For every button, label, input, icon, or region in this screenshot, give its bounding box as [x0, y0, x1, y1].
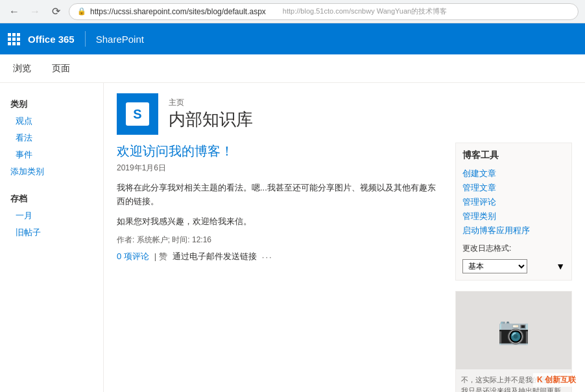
- more-actions[interactable]: ···: [262, 252, 273, 262]
- post-title[interactable]: 欢迎访问我的博客！: [117, 143, 442, 160]
- right-sidebar: 博客工具 创建文章 管理文章 管理评论 管理类别 启动博客应用程序 更改日志格式…: [455, 143, 572, 392]
- manage-posts-link[interactable]: 管理文章: [462, 181, 565, 195]
- sharepoint-title[interactable]: SharePoint: [96, 34, 144, 45]
- manage-categories-link[interactable]: 管理类别: [462, 209, 565, 224]
- create-post-link[interactable]: 创建文章: [462, 167, 565, 181]
- post-body-line2: 如果您对我感兴趣，欢迎给我来信。: [117, 215, 442, 229]
- archives-label: 存档: [0, 188, 103, 207]
- blog-posts: 欢迎访问我的博客！ 2019年1月6日 我将在此分享我对相关主题的看法。嗯...…: [117, 143, 442, 392]
- style-row: 基本 ▼: [462, 259, 565, 273]
- launch-blog-link[interactable]: 启动博客应用程序: [462, 224, 565, 238]
- comments-link[interactable]: 0 项评论: [117, 251, 149, 262]
- back-button[interactable]: ←: [6, 4, 22, 19]
- browser-bar: ← → ⟳ 🔒 https://ucssi.sharepoint.com/sit…: [0, 0, 585, 23]
- watermark-logo: K 创新互联: [537, 375, 576, 386]
- sp-nav-bar: 浏览 页面: [0, 54, 585, 83]
- breadcrumb-title: 主页 内部知识库: [169, 97, 253, 131]
- sidebar-item-january[interactable]: 一月: [0, 207, 103, 224]
- style-label: 更改日志格式:: [462, 243, 565, 254]
- photo-placeholder: 📷: [456, 292, 571, 369]
- left-sidebar: 类别 观点 看法 事件 添加类别 存档 一月 旧帖子: [0, 83, 104, 392]
- forward-button[interactable]: →: [27, 4, 43, 19]
- waffle-button[interactable]: [8, 33, 20, 45]
- action-sep1: | 赞: [154, 251, 167, 262]
- blog-tools-widget: 博客工具 创建文章 管理文章 管理评论 管理类别 启动博客应用程序 更改日志格式…: [455, 143, 572, 281]
- add-category-link[interactable]: 添加类别: [0, 163, 103, 180]
- site-logo: S: [117, 93, 158, 135]
- o365-divider: [85, 31, 86, 47]
- categories-label: 类别: [0, 93, 103, 113]
- manage-comments-link[interactable]: 管理评论: [462, 195, 565, 209]
- post-body-line1: 我将在此分享我对相关主题的看法。嗯...我甚至还可能分享图片、视频以及其他有趣东…: [117, 181, 442, 209]
- post-date: 2019年1月6日: [117, 163, 442, 174]
- blog-main: 欢迎访问我的博客！ 2019年1月6日 我将在此分享我对相关主题的看法。嗯...…: [117, 143, 572, 392]
- breadcrumb: 主页: [169, 97, 253, 108]
- sidebar-item-event[interactable]: 事件: [0, 146, 103, 163]
- url-text: https://ucssi.sharepoint.com/sites/blog/…: [90, 7, 266, 16]
- reload-button[interactable]: ⟳: [48, 4, 64, 19]
- lock-icon: 🔒: [77, 7, 86, 16]
- nav-item-page[interactable]: 页面: [49, 54, 73, 82]
- camera-icon: 📷: [497, 316, 530, 346]
- blog-tools-title: 博客工具: [462, 150, 565, 161]
- sidebar-item-opinion[interactable]: 观点: [0, 113, 103, 130]
- sidebar-item-old-posts[interactable]: 旧帖子: [0, 224, 103, 241]
- o365-topbar: Office 365 SharePoint: [0, 23, 585, 54]
- site-header: S 主页 内部知识库: [117, 83, 572, 143]
- site-logo-inner: S: [126, 102, 149, 126]
- main-container: 类别 观点 看法 事件 添加类别 存档 一月 旧帖子 S 主页 内部知识库 欢迎…: [0, 83, 585, 392]
- style-select[interactable]: 基本: [462, 259, 527, 273]
- share-link[interactable]: 通过电子邮件发送链接: [173, 251, 257, 262]
- post-meta: 作者: 系统帐户; 时间: 12:16: [117, 235, 442, 246]
- watermark: K 创新互联: [533, 373, 580, 387]
- o365-title[interactable]: Office 365: [28, 34, 75, 45]
- dropdown-icon: ▼: [556, 261, 565, 271]
- content-area: S 主页 内部知识库 欢迎访问我的博客！ 2019年1月6日 我将在此分享我对相…: [104, 83, 585, 392]
- blog-url-hint: http://blog.51cto.com/scnbwy WangYuan的技术…: [283, 6, 447, 16]
- address-bar[interactable]: 🔒 https://ucssi.sharepoint.com/sites/blo…: [69, 3, 579, 20]
- sidebar-item-view[interactable]: 看法: [0, 130, 103, 146]
- post-actions: 0 项评论 | 赞 通过电子邮件发送链接 ···: [117, 251, 442, 262]
- nav-item-browse[interactable]: 浏览: [10, 54, 34, 82]
- site-title: 内部知识库: [169, 108, 253, 131]
